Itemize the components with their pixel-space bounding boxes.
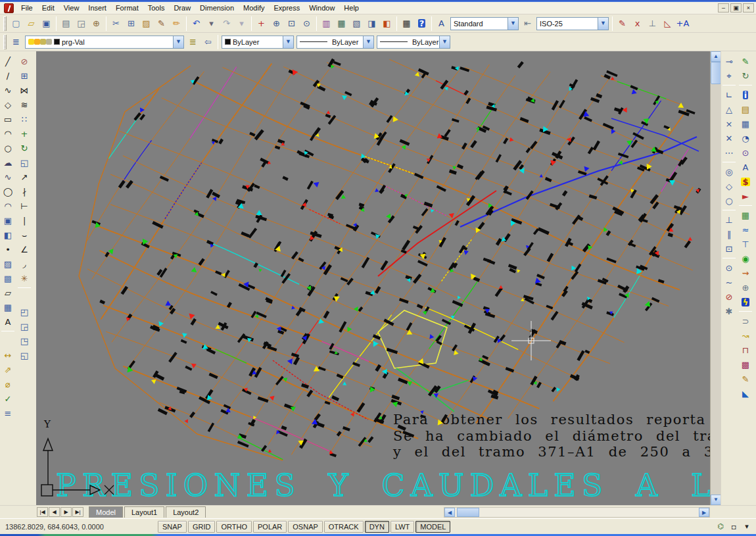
plot-icon[interactable]: ▤ xyxy=(59,16,74,31)
status-button-polar[interactable]: POLAR xyxy=(253,521,287,533)
scale-icon[interactable]: ◱ xyxy=(16,155,32,170)
bring-to-front-icon[interactable]: ◰ xyxy=(16,305,32,319)
tab-nav-first-icon[interactable]: |◀ xyxy=(37,507,48,517)
chevron-down-icon[interactable]: ▼ xyxy=(598,18,608,30)
update-drawing-icon[interactable]: ↻ xyxy=(738,68,753,83)
data-table-icon[interactable]: ▦ xyxy=(738,116,753,131)
dim-style-icon[interactable]: ⇤ xyxy=(520,16,535,31)
layer-lock-icon[interactable] xyxy=(40,39,46,45)
polygon-icon[interactable]: ◇ xyxy=(0,97,16,112)
scroll-right-icon[interactable]: ▶ xyxy=(699,508,709,517)
polyline-icon[interactable]: ∿ xyxy=(0,83,16,97)
menu-item-modify[interactable]: Modify xyxy=(239,3,269,13)
vertical-scroll-thumb[interactable] xyxy=(711,62,721,84)
status-button-grid[interactable]: GRID xyxy=(188,521,216,533)
status-tray-arrow-icon[interactable]: ▾ xyxy=(742,522,752,532)
redo-list-arrow-icon[interactable]: ▾ xyxy=(234,16,249,31)
offset-icon[interactable]: ≋ xyxy=(16,97,32,112)
construction-line-icon[interactable]: ∕ xyxy=(0,68,16,83)
chevron-down-icon[interactable]: ▼ xyxy=(173,36,183,48)
pipe-icon[interactable]: ⊃ xyxy=(738,314,753,328)
undo-list-arrow-icon[interactable]: ▾ xyxy=(204,16,219,31)
tool-palettes-icon[interactable]: ▧ xyxy=(349,16,364,31)
menu-item-window[interactable]: Window xyxy=(304,3,339,13)
trim-icon[interactable]: ∤ xyxy=(16,184,32,199)
dim-radius-icon[interactable]: ⌀ xyxy=(0,377,16,391)
status-button-dyn[interactable]: DYN xyxy=(365,521,389,533)
mirror-icon[interactable]: ⋈ xyxy=(16,83,32,97)
color-dropdown[interactable]: ByLayer ▼ xyxy=(222,36,294,49)
undefined[interactable] xyxy=(0,333,16,348)
help-icon[interactable]: ? xyxy=(414,16,429,31)
snap-midpoint-icon[interactable]: △ xyxy=(721,102,737,116)
status-button-snap[interactable]: SNAP xyxy=(158,521,187,533)
properties-icon[interactable]: ▥ xyxy=(319,16,334,31)
redo-icon[interactable]: ↷ xyxy=(219,16,234,31)
tab-nav-prev-icon[interactable]: ◀ xyxy=(49,507,60,517)
tab-nav-next-icon[interactable]: ▶ xyxy=(60,507,72,517)
search-icon[interactable]: ⊙ xyxy=(738,145,753,160)
undefined[interactable] xyxy=(16,290,32,305)
layer-dropdown[interactable]: prg-Val ▼ xyxy=(25,36,184,49)
valve-icon[interactable]: ◉ xyxy=(738,251,753,266)
save-icon[interactable]: ▣ xyxy=(39,16,54,31)
copy-icon[interactable]: ⊞ xyxy=(124,16,139,31)
scroll-left-icon[interactable]: ◀ xyxy=(444,508,455,517)
status-button-lwt[interactable]: LWT xyxy=(390,521,414,533)
layer-plot-icon[interactable] xyxy=(46,39,52,45)
paste-icon[interactable]: ▨ xyxy=(139,16,154,31)
snap-node-icon[interactable]: ⊙ xyxy=(721,260,737,275)
cost-icon[interactable]: $ xyxy=(738,174,753,189)
menu-item-file[interactable]: File xyxy=(16,3,37,13)
zoom-realtime-icon[interactable]: ⊕ xyxy=(269,16,284,31)
send-to-back-icon[interactable]: ◲ xyxy=(16,319,32,333)
autocad-app-icon[interactable] xyxy=(4,3,14,13)
status-button-ortho[interactable]: ORTHO xyxy=(216,521,252,533)
osnap-settings-icon[interactable]: ✱ xyxy=(721,304,737,318)
layer-translator-icon[interactable]: ≡ xyxy=(0,406,16,420)
lineweight-dropdown[interactable]: ByLayer ▼ xyxy=(377,36,450,49)
bring-forward-icon[interactable]: ◳ xyxy=(16,333,32,348)
snap-perpendicular-icon[interactable]: ⊥ xyxy=(721,212,737,227)
tab-layout1[interactable]: Layout1 xyxy=(124,506,164,518)
pan-realtime-icon[interactable]: + xyxy=(254,16,269,31)
sheetset-manager-icon[interactable]: ◨ xyxy=(364,16,379,31)
cut-icon[interactable]: ✂ xyxy=(108,16,124,31)
break-icon[interactable]: ⌣ xyxy=(16,228,32,242)
layer-previous-icon[interactable]: ⇦ xyxy=(201,34,216,49)
tab-layout2[interactable]: Layout2 xyxy=(166,506,206,518)
dim-text-edit-icon[interactable]: x xyxy=(630,16,645,31)
layer-thaw-icon[interactable] xyxy=(34,39,40,45)
clock-icon[interactable]: ◔ xyxy=(738,131,753,145)
text-style-icon[interactable]: A xyxy=(434,16,449,31)
chevron-down-icon[interactable]: ▼ xyxy=(363,36,373,48)
markup-set-manager-icon[interactable]: ◧ xyxy=(379,16,394,31)
publish-icon[interactable]: ⊕ xyxy=(89,16,104,31)
make-block-icon[interactable]: ◧ xyxy=(0,228,16,242)
dim-aligned-icon[interactable]: ⇗ xyxy=(0,362,16,377)
river-icon[interactable]: ≈ xyxy=(738,222,753,237)
rotate-icon[interactable]: ↻ xyxy=(16,141,32,155)
move-icon[interactable]: + xyxy=(16,126,32,141)
erase-icon[interactable]: ⊘ xyxy=(16,54,32,68)
toolbar-grip[interactable] xyxy=(3,35,7,49)
horizontal-scrollbar[interactable]: ◀ ▶ xyxy=(444,507,710,518)
profile-graph-icon[interactable]: ⇝ xyxy=(738,266,753,280)
annotation-scale-icon[interactable]: +A xyxy=(675,16,690,31)
scroll-down-icon[interactable]: ▼ xyxy=(711,495,721,505)
stretch-icon[interactable]: ↗ xyxy=(16,170,32,184)
snap-endpoint-icon[interactable]: ∟ xyxy=(721,87,737,102)
layers-manager-icon[interactable]: ≣ xyxy=(9,34,24,49)
restore-button[interactable]: ▣ xyxy=(730,3,742,12)
explode-icon[interactable]: ✳ xyxy=(16,271,32,285)
quickcalc-icon[interactable]: ▦ xyxy=(399,16,414,31)
toolbar-grip[interactable] xyxy=(3,16,7,31)
chamfer-icon[interactable]: ∠ xyxy=(16,242,32,256)
region-icon[interactable]: ▱ xyxy=(0,285,16,300)
plot-preview-icon[interactable]: ◲ xyxy=(74,16,89,31)
menu-item-dimension[interactable]: Dimension xyxy=(195,3,239,13)
circle-icon[interactable]: ○ xyxy=(0,141,16,155)
designcenter-icon[interactable]: ▦ xyxy=(334,16,349,31)
curve-icon[interactable]: ↝ xyxy=(738,328,753,343)
menu-item-express[interactable]: Express xyxy=(269,3,304,13)
